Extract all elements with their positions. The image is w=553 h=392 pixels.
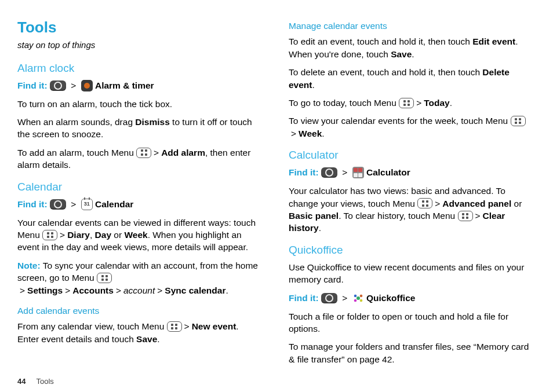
separator: > bbox=[60, 230, 65, 240]
menu-icon bbox=[42, 230, 57, 240]
manage-p4: To view your calendar events for the wee… bbox=[289, 115, 532, 140]
svg-point-4 bbox=[359, 299, 362, 302]
qo-p2: Touch a file or folder to open or touch … bbox=[289, 310, 532, 335]
menu-icon bbox=[458, 211, 473, 221]
home-icon bbox=[50, 199, 66, 210]
text: From any calendar view, touch Menu bbox=[17, 321, 167, 331]
alarm-app-name: Alarm & timer bbox=[95, 80, 154, 90]
diary-word: Diary bbox=[67, 230, 90, 240]
separator: > bbox=[71, 199, 76, 209]
week-word: Week bbox=[124, 230, 147, 240]
footer-section-name: Tools bbox=[36, 377, 53, 386]
text: To add an alarm, touch Menu bbox=[17, 148, 136, 157]
text: When an alarm sounds, drag bbox=[17, 117, 135, 127]
accounts-word: Accounts bbox=[72, 285, 114, 295]
text: . bbox=[412, 49, 414, 59]
calendar-p1: Your calendar events can be viewed in di… bbox=[17, 217, 261, 254]
page-footer: 44 Tools bbox=[17, 377, 536, 386]
manage-p3: To go to today, touch Menu >Today. bbox=[289, 97, 532, 109]
quickoffice-heading: Quickoffice bbox=[289, 243, 532, 258]
dismiss-word: Dismiss bbox=[135, 117, 169, 127]
quickoffice-app-icon bbox=[352, 292, 364, 304]
text: . bbox=[157, 334, 159, 344]
text: or bbox=[511, 199, 522, 208]
separator: > bbox=[116, 285, 121, 295]
day-word: Day bbox=[95, 230, 111, 240]
separator: > bbox=[184, 321, 190, 331]
alarm-p2: When an alarm sounds, drag Dismiss to tu… bbox=[17, 116, 261, 141]
text: . bbox=[312, 80, 315, 90]
calculator-app-icon bbox=[352, 167, 364, 178]
sync-calendar-word: Sync calendar bbox=[165, 285, 225, 295]
save-word: Save bbox=[136, 334, 157, 344]
advanced-panel-word: Advanced panel bbox=[442, 199, 511, 208]
text: To view your calendar events for the wee… bbox=[289, 116, 511, 126]
separator: > bbox=[157, 285, 162, 295]
calendar-findit-line: Find it: > 31 Calendar bbox=[17, 198, 261, 211]
svg-point-3 bbox=[354, 299, 356, 302]
find-it-label: Find it: bbox=[289, 167, 319, 177]
separator: > bbox=[154, 148, 159, 157]
svg-point-0 bbox=[356, 296, 360, 300]
menu-icon bbox=[167, 321, 182, 332]
find-it-label: Find it: bbox=[17, 80, 48, 90]
alarm-app-icon bbox=[81, 80, 93, 91]
note-label: Note: bbox=[17, 261, 41, 270]
svg-point-1 bbox=[354, 294, 356, 297]
separator: > bbox=[475, 211, 481, 221]
manual-page: Tools stay on top of things Alarm clock … bbox=[0, 0, 553, 392]
manage-p2: To delete an event, touch and hold it, t… bbox=[289, 66, 532, 91]
account-placeholder: account bbox=[123, 285, 155, 295]
settings-word: Settings bbox=[27, 285, 63, 295]
two-column-layout: Tools stay on top of things Alarm clock … bbox=[17, 17, 536, 371]
separator: > bbox=[291, 129, 296, 138]
separator: > bbox=[416, 98, 421, 108]
text: To edit an event, touch and hold it, the… bbox=[289, 36, 472, 46]
calc-findit-line: Find it: > Calculator bbox=[289, 166, 532, 179]
quickoffice-app-name: Quickoffice bbox=[366, 293, 415, 303]
add-events-p: From any calendar view, touch Menu >New … bbox=[17, 320, 261, 345]
calendar-app-icon: 31 bbox=[81, 199, 93, 210]
page-number: 44 bbox=[17, 377, 26, 386]
week-word: Week bbox=[299, 129, 322, 138]
add-events-heading: Add calendar events bbox=[17, 305, 261, 317]
calendar-note: Note: To sync your calendar with an acco… bbox=[17, 259, 261, 296]
manage-events-heading: Manage calendar events bbox=[289, 20, 532, 32]
calendar-heading: Calendar bbox=[17, 179, 261, 195]
calc-p1: Your calculator has two views: basic and… bbox=[289, 185, 532, 235]
find-it-label: Find it: bbox=[17, 199, 48, 209]
qo-findit-line: Find it: > Quickoffice bbox=[289, 292, 532, 305]
qo-p3: To manage your folders and transfer file… bbox=[289, 340, 532, 365]
home-icon bbox=[321, 293, 337, 303]
home-icon bbox=[321, 167, 337, 178]
calculator-heading: Calculator bbox=[289, 148, 532, 163]
menu-icon bbox=[399, 98, 414, 108]
text: . bbox=[450, 98, 452, 108]
today-word: Today bbox=[424, 98, 450, 108]
qo-p1: Use Quickoffice to view recent documents… bbox=[289, 261, 532, 286]
calendar-app-name: Calendar bbox=[95, 199, 133, 209]
text: To sync your calendar with an account, f… bbox=[17, 261, 258, 283]
page-subtitle: stay on top of things bbox=[17, 39, 261, 52]
menu-icon bbox=[511, 116, 526, 126]
save-word: Save bbox=[391, 49, 412, 59]
text: or bbox=[111, 230, 124, 240]
text: To go to today, touch Menu bbox=[289, 98, 399, 108]
new-event-word: New event bbox=[192, 321, 237, 331]
menu-icon bbox=[417, 198, 432, 208]
find-it-label: Find it: bbox=[289, 293, 319, 303]
add-alarm-word: Add alarm bbox=[161, 148, 205, 157]
svg-point-2 bbox=[359, 294, 362, 297]
text: . bbox=[319, 223, 321, 233]
edit-event-word: Edit event bbox=[472, 36, 515, 46]
menu-icon bbox=[136, 148, 151, 158]
calculator-app-name: Calculator bbox=[366, 167, 410, 177]
left-column: Tools stay on top of things Alarm clock … bbox=[17, 17, 261, 371]
text: , bbox=[90, 230, 95, 240]
alarm-heading: Alarm clock bbox=[17, 61, 261, 76]
basic-panel-word: Basic panel bbox=[289, 211, 339, 221]
right-column: Manage calendar events To edit an event,… bbox=[289, 17, 532, 371]
text: To delete an event, touch and hold it, t… bbox=[289, 67, 482, 77]
text: . To clear history, touch Menu bbox=[339, 211, 457, 221]
page-title: Tools bbox=[17, 17, 261, 38]
